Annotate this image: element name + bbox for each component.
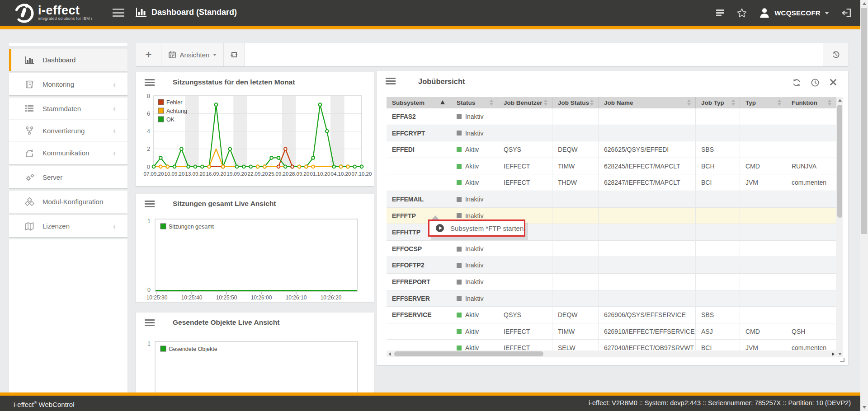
column-header-subsystem[interactable]: Subsystem (387, 97, 451, 108)
cell-job-benutzer (498, 125, 552, 142)
context-menu-item-start-ftp[interactable]: Subsystem *FTP starten (428, 220, 525, 237)
gears-icon (24, 173, 35, 182)
logout-button[interactable] (841, 7, 852, 19)
cell-job-name (599, 224, 696, 241)
panel-drag-handle-icon[interactable] (386, 78, 396, 84)
column-header-funktion[interactable]: Funktion (786, 97, 836, 108)
status-square-icon (457, 329, 462, 334)
top-navbar: i-effect integrated solutions for IBM i … (0, 0, 868, 26)
table-row-effserver[interactable]: EFFSERVERInaktiv (387, 290, 836, 307)
cell-subsystem: EFFSERVER (387, 290, 451, 307)
column-header-job-typ[interactable]: Job Typ (696, 97, 740, 108)
table-row[interactable]: AktivIEFFECTTIMW628245/IEFFECT/MAPCLTBCH… (387, 158, 836, 175)
sidebar-item-label: Konvertierung (42, 127, 85, 135)
panel-resize-handle[interactable] (840, 358, 844, 362)
cell-subsystem: EFFOCSP (387, 241, 451, 257)
cell-funktion (786, 191, 836, 208)
logo[interactable]: i-effect integrated solutions for IBM i (13, 2, 92, 23)
column-header-job-name[interactable]: Job Name (599, 97, 696, 108)
ansichten-dropdown[interactable]: Ansichten (161, 43, 223, 66)
panel-drag-handle-icon[interactable] (145, 201, 155, 207)
cell-job-name (599, 241, 696, 257)
cell-status: Inaktiv (451, 191, 498, 208)
sidebar-item-dashboard[interactable]: Dashboard (9, 49, 127, 71)
sidebar-item-kommunikation[interactable]: Kommunikation‹ (9, 142, 127, 164)
table-row-effoftp2[interactable]: EFFOFTP2Inaktiv (387, 257, 836, 274)
cell-job-name (599, 191, 696, 208)
scroll-down-arrow[interactable] (836, 350, 843, 357)
panel-drag-handle-icon[interactable] (145, 79, 155, 86)
panel-sitzungen-live: Sitzungen gesamt Live Ansicht 1010:25:30… (136, 194, 374, 302)
svg-text:0: 0 (147, 164, 150, 170)
page-scroll-thumb[interactable] (861, 8, 867, 234)
sidebar-item-stammdaten[interactable]: Stammdaten‹ (9, 98, 127, 120)
page-scroll-up-arrow[interactable] (860, 0, 868, 8)
close-panel-button[interactable] (829, 78, 837, 89)
share-icon (24, 149, 35, 158)
favorites-button[interactable] (737, 8, 747, 18)
svg-text:OK: OK (166, 117, 175, 123)
cell-funktion (786, 241, 836, 257)
table-row-effedi[interactable]: EFFEDIAktivQSYSDEQW626625/QSYS/EFFEDISBS (387, 141, 836, 158)
column-header-job-benutzer[interactable]: Job Benutzer (498, 97, 552, 108)
table-row-effreport[interactable]: EFFREPORTInaktiv (387, 274, 836, 290)
add-widget-button[interactable]: + (136, 43, 161, 66)
cell-status: Aktiv (451, 158, 498, 175)
cell-typ (740, 307, 786, 323)
cell-subsystem: EFFSERVICE (387, 307, 451, 323)
chevron-down-icon (213, 54, 217, 56)
accent-bar (0, 26, 868, 29)
sidebar-item-lizenzen[interactable]: Lizenzen‹ (9, 215, 127, 237)
scroll-right-arrow[interactable] (830, 350, 836, 357)
dashboard-title-icon (135, 7, 147, 18)
sidebar-item-modul-konfiguration[interactable]: Modul-Konfiguration (9, 191, 127, 213)
svg-text:10:26:10: 10:26:10 (286, 294, 307, 301)
footer-brand: i-effect® WebControl (14, 396, 75, 411)
cell-job-status: TIMW (552, 158, 599, 175)
sidebar-item-konvertierung[interactable]: Konvertierung‹ (9, 120, 127, 142)
scroll-left-arrow[interactable] (387, 350, 393, 357)
cell-job-typ (696, 290, 740, 307)
column-label: Job Typ (701, 99, 724, 106)
svg-text:10:25:40: 10:25:40 (181, 294, 203, 301)
table-row-effemail[interactable]: EFFEMAILInaktiv (387, 191, 836, 208)
cell-funktion (786, 307, 836, 323)
page-scrollbar (860, 0, 868, 411)
table-row[interactable]: AktivIEFFECTTHDW628247/IEFFECT/MAPCLTBCI… (387, 174, 836, 191)
panel-jobuebersicht: Jobübersicht (377, 71, 848, 365)
cell-job-status: THDW (552, 174, 599, 191)
column-header-status[interactable]: Status (451, 97, 498, 108)
cell-funktion: com.menten (786, 340, 836, 350)
reload-widgets-button[interactable] (223, 43, 244, 66)
history-button[interactable] (823, 43, 848, 66)
interval-button[interactable] (811, 78, 820, 89)
cell-typ (740, 241, 786, 257)
table-row-effocsp[interactable]: EFFOCSPInaktiv (387, 241, 836, 257)
table-row-effas2[interactable]: EFFAS2Inaktiv (387, 108, 836, 125)
cell-typ (740, 191, 786, 208)
panel-drag-handle-icon[interactable] (145, 319, 155, 326)
sidebar-item-monitoring[interactable]: Monitoring‹ (9, 73, 127, 95)
table-row[interactable]: AktivIEFFECTSELW627040/IEFFECT/OB97SRVWT… (387, 340, 836, 350)
vertical-scroll-thumb[interactable] (837, 105, 842, 218)
horizontal-scroll-thumb[interactable] (394, 351, 543, 356)
user-menu[interactable]: WCQSECOFR (759, 7, 829, 19)
svg-text:07.10.20: 07.10.20 (352, 171, 372, 177)
cell-job-benutzer: IEFFECT (498, 340, 552, 350)
cell-typ: JVM (740, 174, 786, 191)
logout-icon (841, 7, 852, 19)
sidebar-toggle-button[interactable] (113, 9, 125, 17)
column-header-typ[interactable]: Typ (740, 97, 786, 108)
sitzungen-live-chart: 1010:25:3010:25:4010:25:5010:26:0010:26:… (136, 213, 374, 302)
column-header-job-status[interactable]: Job Status (552, 97, 599, 108)
system-log-button[interactable] (715, 8, 725, 18)
sidebar-item-server[interactable]: Server (9, 166, 127, 188)
table-row-effcrypt[interactable]: EFFCRYPTInaktiv (387, 125, 836, 142)
cell-job-typ (696, 274, 740, 290)
table-row[interactable]: AktivIEFFECTTIMW626910/IEFFECT/EFFSERVIC… (387, 323, 836, 340)
refresh-button[interactable] (792, 78, 801, 89)
cell-funktion (786, 274, 836, 290)
table-row-effservice[interactable]: EFFSERVICEAktivQSYSDEQW626906/QSYS/EFFSE… (387, 307, 836, 323)
page-scroll-down-arrow[interactable] (860, 403, 868, 411)
scroll-up-arrow[interactable] (836, 97, 843, 104)
